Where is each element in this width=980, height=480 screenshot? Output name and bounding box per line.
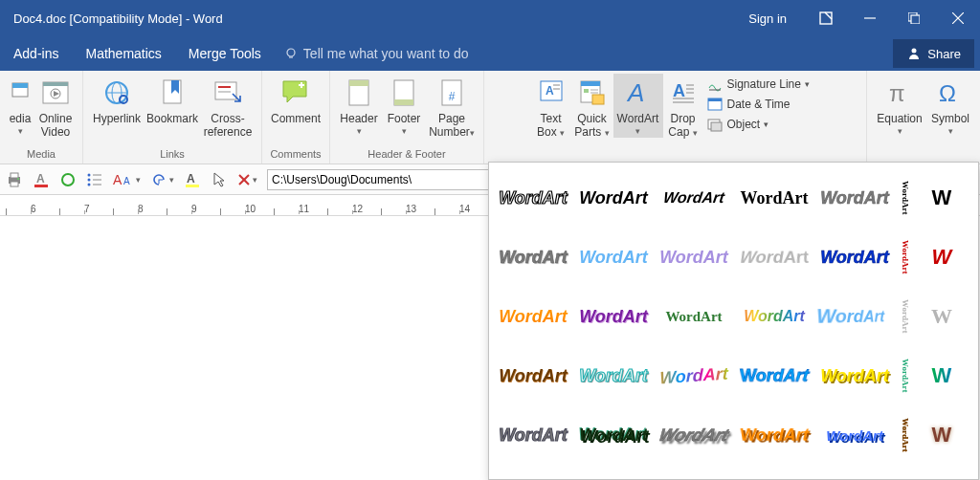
svg-text:A: A xyxy=(187,172,195,185)
online-video-button[interactable]: Online Video xyxy=(34,74,77,141)
share-icon xyxy=(906,46,922,61)
wordart-button[interactable]: A WordArt ▾ xyxy=(613,74,663,138)
footer-button[interactable]: Footer ▾ xyxy=(382,74,426,138)
svg-text:A: A xyxy=(626,78,644,107)
wordart-style-3-5[interactable]: WordArt xyxy=(810,285,888,347)
cross-reference-button[interactable]: Cross- reference xyxy=(200,74,256,141)
quick-parts-button[interactable]: Quick Parts ▾ xyxy=(571,74,613,141)
svg-point-8 xyxy=(912,49,917,54)
wordart-style-3-4[interactable]: WordArt xyxy=(735,290,813,343)
wordart-style-5-6[interactable]: WordArt xyxy=(896,408,915,462)
svg-point-60 xyxy=(88,173,91,176)
object-button[interactable]: Object▾ xyxy=(707,117,814,132)
font-button[interactable]: AA▾ xyxy=(113,171,141,188)
wordart-style-1-2[interactable]: WordArt xyxy=(574,171,653,225)
group-links: Hyperlink Bookmark Cross- reference Link… xyxy=(83,71,262,164)
font-color-button[interactable]: A xyxy=(33,171,50,188)
svg-text:#: # xyxy=(449,90,456,103)
wordart-style-5-4[interactable]: WordArt xyxy=(731,406,818,459)
wordart-style-1-1[interactable]: WordArt xyxy=(494,171,572,225)
wordart-w-1[interactable]: W xyxy=(917,171,967,225)
bookmark-button[interactable]: Bookmark xyxy=(145,74,200,127)
ribbon-tabs: Add-ins Mathematics Merge Tools Tell me … xyxy=(0,36,980,71)
print-button[interactable] xyxy=(6,171,23,188)
svg-rect-69 xyxy=(186,185,199,187)
wordart-style-2-1[interactable]: WordArt xyxy=(494,230,572,284)
wordart-label: WordArt xyxy=(617,112,659,125)
wordart-style-2-2[interactable]: WordArt xyxy=(574,230,653,284)
highlight-button[interactable]: A xyxy=(184,171,201,188)
wordart-w-2[interactable]: W xyxy=(917,230,967,284)
minimize-button[interactable] xyxy=(848,0,892,36)
text-box-button[interactable]: A Text Box ▾ xyxy=(531,74,571,141)
wordart-style-4-2[interactable]: WordArt xyxy=(574,349,653,403)
wordart-style-5-1[interactable]: WordArt xyxy=(494,408,572,462)
drop-cap-button[interactable]: A Drop Cap ▾ xyxy=(663,74,703,141)
wordart-style-3-6[interactable]: WordArt xyxy=(896,290,915,343)
bullets-button[interactable] xyxy=(86,171,103,188)
hyperlink-button[interactable]: Hyperlink xyxy=(89,74,145,127)
symbol-button[interactable]: Ω Symbol ▾ xyxy=(926,74,974,138)
wordart-style-2-6[interactable]: WordArt xyxy=(896,230,915,284)
wordart-style-1-4[interactable]: WordArt xyxy=(735,171,813,225)
wordart-style-1-3[interactable]: WordArt xyxy=(651,171,737,225)
select-button[interactable] xyxy=(211,171,228,188)
share-button[interactable]: Share xyxy=(893,39,974,68)
wordart-style-1-6[interactable]: WordArt xyxy=(896,171,915,225)
window-title: Doc4.doc [Compatibility Mode] - Word xyxy=(13,11,731,26)
wordart-style-4-4[interactable]: WordArt xyxy=(729,346,818,399)
group-text: A Text Box ▾ Quick Parts ▾ A WordArt ▾ A… xyxy=(484,71,867,164)
tab-addins[interactable]: Add-ins xyxy=(0,36,72,71)
undo-button[interactable]: ▾ xyxy=(150,171,174,188)
ribbon: edia ▾ Online Video Media Hyperlink Book… xyxy=(0,71,980,164)
tab-merge-tools[interactable]: Merge Tools xyxy=(175,36,275,71)
tell-me-search[interactable]: Tell me what you want to do xyxy=(275,46,479,61)
titlebar: Doc4.doc [Compatibility Mode] - Word Sig… xyxy=(0,0,980,36)
screenshot-button-partial[interactable]: edia ▾ xyxy=(6,74,34,138)
maximize-button[interactable] xyxy=(892,0,936,36)
ribbon-display-options-button[interactable] xyxy=(804,0,848,36)
date-time-button[interactable]: Date & Time xyxy=(707,97,814,112)
wordart-style-3-2[interactable]: WordArt xyxy=(574,290,653,343)
page-number-label2: Number xyxy=(429,125,470,139)
svg-point-6 xyxy=(287,49,295,56)
wordart-style-3-3[interactable]: WordArt xyxy=(655,290,733,343)
close-x-button[interactable]: ▾ xyxy=(237,173,257,186)
group-symbols: π Equation ▾ Ω Symbol ▾ Symbols xyxy=(867,71,980,164)
wordart-style-4-5[interactable]: WordArt xyxy=(815,349,894,403)
tab-mathematics[interactable]: Mathematics xyxy=(72,36,174,71)
tell-me-placeholder: Tell me what you want to do xyxy=(303,46,469,61)
close-button[interactable] xyxy=(936,0,980,36)
wordart-style-4-3[interactable]: WordArt xyxy=(655,346,733,405)
wordart-w-3[interactable]: W xyxy=(917,290,967,343)
svg-rect-58 xyxy=(34,185,48,187)
footer-label: Footer xyxy=(388,112,421,125)
sign-in-link[interactable]: Sign in xyxy=(731,11,804,26)
svg-text:A: A xyxy=(36,172,45,185)
wordart-style-5-2[interactable]: WordArt xyxy=(574,408,653,462)
wordart-style-5-5[interactable]: WordArt xyxy=(815,408,894,462)
wordart-style-2-3[interactable]: WordArt xyxy=(655,230,733,284)
svg-rect-54 xyxy=(11,173,18,178)
header-button[interactable]: Header ▾ xyxy=(336,74,382,138)
equation-button[interactable]: π Equation ▾ xyxy=(873,74,926,138)
circle-button[interactable] xyxy=(59,171,77,188)
wordart-style-4-1[interactable]: WordArt xyxy=(494,349,572,403)
wordart-style-4-6[interactable]: WordArt xyxy=(896,349,915,403)
drop-cap-label1: Drop xyxy=(670,112,695,125)
svg-rect-24 xyxy=(349,80,368,86)
svg-text:π: π xyxy=(889,80,905,106)
wordart-w-5[interactable]: W xyxy=(917,408,967,462)
wordart-style-2-4[interactable]: WordArt xyxy=(728,235,820,287)
text-box-label2: Box xyxy=(537,125,557,139)
page-number-button[interactable]: # Page Number▾ xyxy=(426,74,478,141)
wordart-style-1-5[interactable]: WordArt xyxy=(815,171,894,225)
signature-line-button[interactable]: Signature Line▾ xyxy=(707,76,814,92)
lightbulb-icon xyxy=(284,47,298,60)
wordart-style-5-3[interactable]: WordArt xyxy=(646,408,742,462)
comment-button[interactable]: Comment xyxy=(268,74,323,127)
wordart-style-3-1[interactable]: WordArt xyxy=(494,290,572,343)
wordart-style-2-5[interactable]: WordArt xyxy=(815,230,894,284)
svg-point-61 xyxy=(88,178,91,181)
wordart-w-4[interactable]: W xyxy=(917,349,967,403)
